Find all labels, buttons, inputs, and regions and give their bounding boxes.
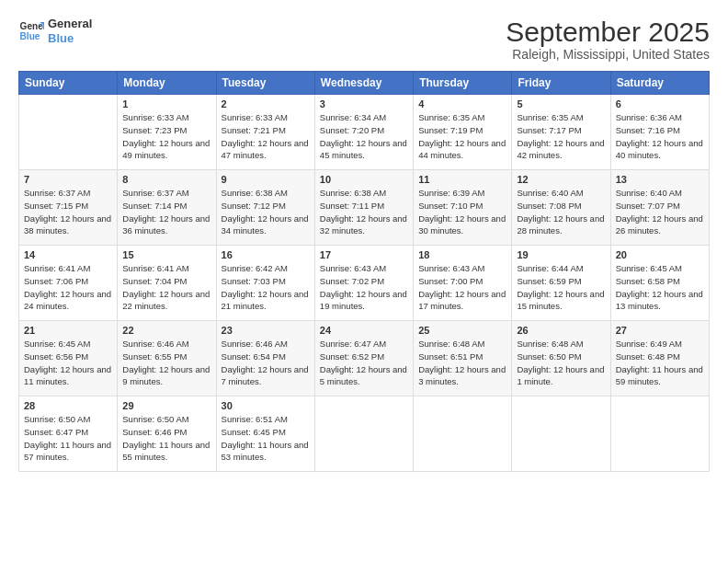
- day-info: Sunrise: 6:33 AMSunset: 7:23 PMDaylight:…: [122, 111, 210, 162]
- table-row: 25Sunrise: 6:48 AMSunset: 6:51 PMDayligh…: [414, 321, 512, 396]
- day-info: Sunrise: 6:46 AMSunset: 6:55 PMDaylight:…: [122, 338, 210, 388]
- header-monday: Monday: [118, 72, 216, 95]
- header-friday: Friday: [512, 72, 610, 95]
- table-row: [610, 396, 709, 472]
- day-info: Sunrise: 6:41 AMSunset: 7:04 PMDaylight:…: [122, 262, 210, 313]
- day-info: Sunrise: 6:44 AMSunset: 6:59 PMDaylight:…: [517, 262, 605, 313]
- calendar-week-row: 28Sunrise: 6:50 AMSunset: 6:47 PMDayligh…: [19, 396, 710, 472]
- day-info: Sunrise: 6:42 AMSunset: 7:03 PMDaylight:…: [222, 262, 310, 313]
- table-row: 2Sunrise: 6:33 AMSunset: 7:21 PMDaylight…: [216, 95, 314, 170]
- day-info: Sunrise: 6:40 AMSunset: 7:08 PMDaylight:…: [517, 187, 605, 237]
- header-wednesday: Wednesday: [314, 72, 413, 95]
- day-number: 17: [320, 249, 408, 260]
- subtitle: Raleigh, Mississippi, United States: [506, 47, 710, 62]
- table-row: 26Sunrise: 6:48 AMSunset: 6:50 PMDayligh…: [512, 321, 610, 396]
- header-saturday: Saturday: [610, 72, 709, 95]
- day-number: 8: [122, 174, 210, 185]
- svg-text:Blue: Blue: [20, 30, 40, 40]
- table-row: 17Sunrise: 6:43 AMSunset: 7:02 PMDayligh…: [314, 246, 413, 321]
- table-row: 13Sunrise: 6:40 AMSunset: 7:07 PMDayligh…: [610, 170, 709, 246]
- calendar-week-row: 21Sunrise: 6:45 AMSunset: 6:56 PMDayligh…: [19, 321, 710, 396]
- day-info: Sunrise: 6:36 AMSunset: 7:16 PMDaylight:…: [616, 111, 704, 162]
- table-row: [314, 396, 413, 472]
- table-row: 27Sunrise: 6:49 AMSunset: 6:48 PMDayligh…: [610, 321, 709, 396]
- day-info: Sunrise: 6:40 AMSunset: 7:07 PMDaylight:…: [616, 187, 704, 237]
- day-number: 27: [616, 325, 704, 336]
- day-info: Sunrise: 6:34 AMSunset: 7:20 PMDaylight:…: [320, 111, 408, 162]
- logo-icon: General Blue: [18, 18, 44, 44]
- table-row: 6Sunrise: 6:36 AMSunset: 7:16 PMDaylight…: [610, 95, 709, 170]
- day-number: 22: [122, 325, 210, 336]
- table-row: 5Sunrise: 6:35 AMSunset: 7:17 PMDaylight…: [512, 95, 610, 170]
- day-info: Sunrise: 6:43 AMSunset: 7:00 PMDaylight:…: [418, 262, 506, 313]
- day-info: Sunrise: 6:35 AMSunset: 7:19 PMDaylight:…: [418, 111, 506, 162]
- day-number: 9: [222, 174, 310, 185]
- day-number: 18: [418, 249, 506, 260]
- table-row: 10Sunrise: 6:38 AMSunset: 7:11 PMDayligh…: [314, 170, 413, 246]
- table-row: 4Sunrise: 6:35 AMSunset: 7:19 PMDaylight…: [414, 95, 512, 170]
- day-number: 3: [320, 98, 408, 109]
- day-number: 1: [122, 98, 210, 109]
- day-info: Sunrise: 6:49 AMSunset: 6:48 PMDaylight:…: [616, 338, 704, 388]
- table-row: 1Sunrise: 6:33 AMSunset: 7:23 PMDaylight…: [118, 95, 216, 170]
- day-info: Sunrise: 6:33 AMSunset: 7:21 PMDaylight:…: [222, 111, 310, 162]
- table-row: 29Sunrise: 6:50 AMSunset: 6:46 PMDayligh…: [118, 396, 216, 472]
- day-number: 15: [122, 249, 210, 260]
- calendar-week-row: 14Sunrise: 6:41 AMSunset: 7:06 PMDayligh…: [19, 246, 710, 321]
- table-row: 11Sunrise: 6:39 AMSunset: 7:10 PMDayligh…: [414, 170, 512, 246]
- table-row: 28Sunrise: 6:50 AMSunset: 6:47 PMDayligh…: [19, 396, 118, 472]
- day-info: Sunrise: 6:38 AMSunset: 7:11 PMDaylight:…: [320, 187, 408, 237]
- table-row: 19Sunrise: 6:44 AMSunset: 6:59 PMDayligh…: [512, 246, 610, 321]
- day-number: 7: [24, 174, 112, 185]
- day-number: 12: [517, 174, 605, 185]
- day-info: Sunrise: 6:35 AMSunset: 7:17 PMDaylight:…: [517, 111, 605, 162]
- day-info: Sunrise: 6:51 AMSunset: 6:45 PMDaylight:…: [222, 413, 310, 464]
- day-info: Sunrise: 6:50 AMSunset: 6:46 PMDaylight:…: [122, 413, 210, 464]
- day-info: Sunrise: 6:48 AMSunset: 6:50 PMDaylight:…: [517, 338, 605, 388]
- day-info: Sunrise: 6:46 AMSunset: 6:54 PMDaylight:…: [222, 338, 310, 388]
- title-area: September 2025 Raleigh, Mississippi, Uni…: [506, 17, 710, 62]
- table-row: 16Sunrise: 6:42 AMSunset: 7:03 PMDayligh…: [216, 246, 314, 321]
- table-row: [512, 396, 610, 472]
- day-info: Sunrise: 6:45 AMSunset: 6:58 PMDaylight:…: [616, 262, 704, 313]
- day-number: 24: [320, 325, 408, 336]
- day-number: 26: [517, 325, 605, 336]
- day-number: 30: [222, 400, 310, 411]
- day-number: 14: [24, 249, 112, 260]
- table-row: 14Sunrise: 6:41 AMSunset: 7:06 PMDayligh…: [19, 246, 118, 321]
- day-info: Sunrise: 6:41 AMSunset: 7:06 PMDaylight:…: [24, 262, 112, 313]
- day-info: Sunrise: 6:47 AMSunset: 6:52 PMDaylight:…: [320, 338, 408, 388]
- day-number: 16: [222, 249, 310, 260]
- day-number: 11: [418, 174, 506, 185]
- logo-general: General: [48, 17, 92, 31]
- table-row: 24Sunrise: 6:47 AMSunset: 6:52 PMDayligh…: [314, 321, 413, 396]
- calendar-week-row: 1Sunrise: 6:33 AMSunset: 7:23 PMDaylight…: [19, 95, 710, 170]
- logo: General Blue General Blue: [18, 17, 92, 45]
- main-title: September 2025: [506, 17, 710, 47]
- table-row: [19, 95, 118, 170]
- calendar: Sunday Monday Tuesday Wednesday Thursday…: [18, 71, 710, 472]
- table-row: 30Sunrise: 6:51 AMSunset: 6:45 PMDayligh…: [216, 396, 314, 472]
- calendar-week-row: 7Sunrise: 6:37 AMSunset: 7:15 PMDaylight…: [19, 170, 710, 246]
- day-info: Sunrise: 6:50 AMSunset: 6:47 PMDaylight:…: [24, 413, 112, 464]
- day-info: Sunrise: 6:37 AMSunset: 7:14 PMDaylight:…: [122, 187, 210, 237]
- day-number: 6: [616, 98, 704, 109]
- table-row: [414, 396, 512, 472]
- day-number: 23: [222, 325, 310, 336]
- day-info: Sunrise: 6:39 AMSunset: 7:10 PMDaylight:…: [418, 187, 506, 237]
- header-sunday: Sunday: [19, 72, 118, 95]
- day-info: Sunrise: 6:43 AMSunset: 7:02 PMDaylight:…: [320, 262, 408, 313]
- page: General Blue General Blue September 2025…: [0, 0, 728, 563]
- day-number: 19: [517, 249, 605, 260]
- day-info: Sunrise: 6:45 AMSunset: 6:56 PMDaylight:…: [24, 338, 112, 388]
- table-row: 12Sunrise: 6:40 AMSunset: 7:08 PMDayligh…: [512, 170, 610, 246]
- table-row: 7Sunrise: 6:37 AMSunset: 7:15 PMDaylight…: [19, 170, 118, 246]
- day-number: 28: [24, 400, 112, 411]
- table-row: 22Sunrise: 6:46 AMSunset: 6:55 PMDayligh…: [118, 321, 216, 396]
- day-info: Sunrise: 6:48 AMSunset: 6:51 PMDaylight:…: [418, 338, 506, 388]
- table-row: 3Sunrise: 6:34 AMSunset: 7:20 PMDaylight…: [314, 95, 413, 170]
- day-number: 25: [418, 325, 506, 336]
- day-number: 29: [122, 400, 210, 411]
- table-row: 9Sunrise: 6:38 AMSunset: 7:12 PMDaylight…: [216, 170, 314, 246]
- table-row: 18Sunrise: 6:43 AMSunset: 7:00 PMDayligh…: [414, 246, 512, 321]
